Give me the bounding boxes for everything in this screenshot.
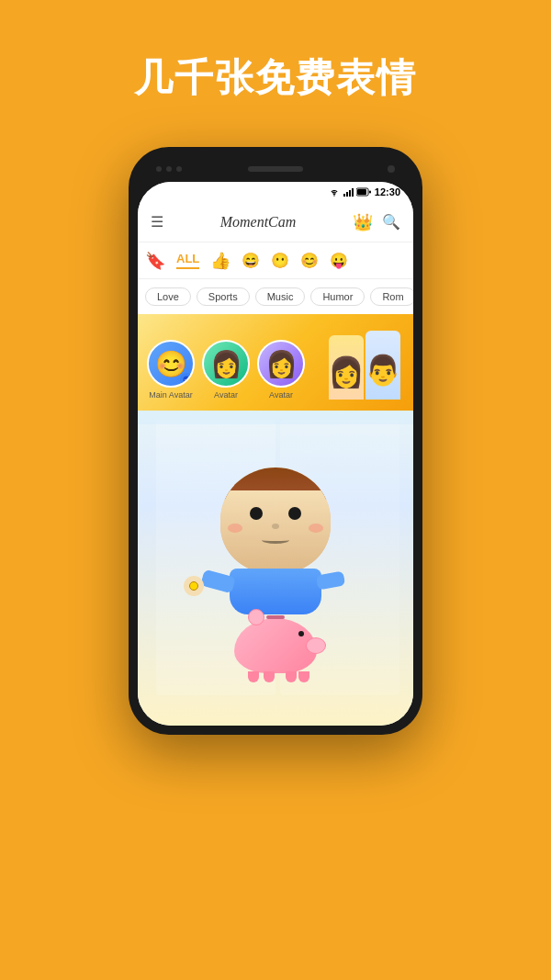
status-icons xyxy=(329,187,371,197)
avatar-circle-2: 👩 xyxy=(202,340,250,388)
pill-humor[interactable]: Humor xyxy=(310,287,365,306)
category-tabs: 🔖 ALL 👍 😄 😶 😊 😛 xyxy=(138,242,413,279)
avatar-badge xyxy=(180,373,193,386)
svg-rect-6 xyxy=(357,189,366,195)
tab-all[interactable]: ALL xyxy=(176,252,199,269)
svg-rect-11 xyxy=(138,411,413,424)
svg-rect-4 xyxy=(352,188,354,197)
menu-icon[interactable]: ☰ xyxy=(151,213,163,231)
avatar-label-2: Avatar xyxy=(214,390,238,400)
tab-like[interactable]: 👍 xyxy=(210,251,231,271)
pill-love[interactable]: Love xyxy=(145,287,191,306)
pill-rom[interactable]: Rom xyxy=(370,287,413,306)
nav-bar: ☰ MomentCam 👑 🔍 xyxy=(138,202,413,242)
status-time: 12:30 xyxy=(375,186,400,197)
phone-mockup: 12:30 ☰ MomentCam 👑 🔍 🔖 ALL 👍 😄 😶 😊 xyxy=(129,147,422,735)
vip-icon[interactable]: 👑 xyxy=(353,212,373,232)
svg-point-0 xyxy=(333,195,334,196)
phone-top-bar xyxy=(138,156,413,182)
filter-pills: Love Sports Music Humor Rom xyxy=(138,279,413,314)
tab-emoji3[interactable]: 😊 xyxy=(300,252,319,269)
pill-music[interactable]: Music xyxy=(255,287,306,306)
signal-icon xyxy=(343,187,354,197)
phone-dots xyxy=(156,166,182,172)
tab-emoji4[interactable]: 😛 xyxy=(330,252,348,269)
tab-emoji1[interactable]: 😄 xyxy=(242,252,260,269)
couple-illustration[interactable]: 👩 👨 xyxy=(312,331,404,400)
svg-rect-1 xyxy=(343,194,345,197)
phone-screen: 12:30 ☰ MomentCam 👑 🔍 🔖 ALL 👍 😄 😶 😊 xyxy=(138,182,413,726)
avatar-label-main: Main Avatar xyxy=(149,390,192,400)
svg-rect-2 xyxy=(346,192,348,197)
svg-rect-3 xyxy=(349,190,351,197)
header-title: 几千张免费表情 xyxy=(0,0,551,101)
sticker-section xyxy=(138,411,413,726)
battery-icon xyxy=(356,187,371,197)
avatar-section: 😊 Main Avatar 👩 Avatar xyxy=(138,314,413,411)
avatar-2[interactable]: 👩 Avatar xyxy=(202,340,250,400)
svg-rect-7 xyxy=(369,191,371,194)
tab-bookmark[interactable]: 🔖 xyxy=(145,251,165,271)
search-icon[interactable]: 🔍 xyxy=(382,213,400,231)
tab-emoji2[interactable]: 😶 xyxy=(271,252,289,269)
avatar-circle-main: 😊 xyxy=(147,340,195,388)
wifi-icon xyxy=(329,187,340,197)
avatar-label-3: Avatar xyxy=(269,390,293,400)
avatar-3[interactable]: 👩 Avatar xyxy=(257,340,305,400)
sticker-child xyxy=(184,467,367,670)
phone-speaker xyxy=(248,166,303,172)
avatar-main[interactable]: 😊 Main Avatar xyxy=(147,340,195,400)
phone-camera xyxy=(388,165,395,173)
pill-sports[interactable]: Sports xyxy=(197,287,250,306)
status-bar: 12:30 xyxy=(138,182,413,202)
app-logo: MomentCam xyxy=(163,214,353,231)
avatar-circle-3: 👩 xyxy=(257,340,305,388)
